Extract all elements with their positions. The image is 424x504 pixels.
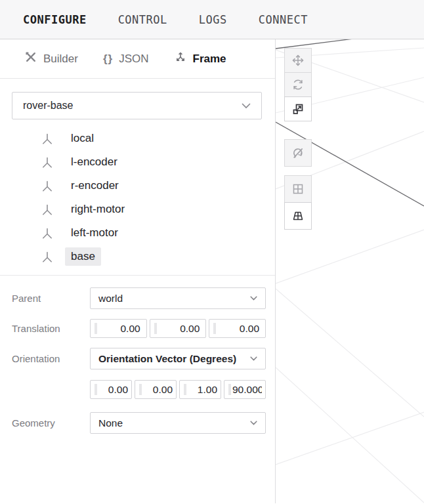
frame-axes-icon [41,156,54,169]
translation-z-input[interactable] [209,319,266,338]
chevron-down-icon [242,103,251,109]
configure-left-panel: Builder {} JSON Frame rover-base [0,39,276,503]
parent-select-value: world [98,293,123,304]
translation-label: Translation [12,323,90,334]
frame-axes-icon [174,51,187,67]
orientation-theta-input[interactable] [224,380,266,399]
orientation-type-select[interactable]: Orientation Vector (Degrees) [90,348,266,369]
tools-icon [24,51,37,67]
perspective-grid-toggle-button[interactable] [284,202,312,230]
translation-y-input[interactable] [150,319,207,338]
tab-frame-label: Frame [193,52,226,66]
parent-select[interactable]: world [90,287,266,309]
frame-axes-icon [41,226,54,240]
frame-axes-icon [41,179,54,193]
tree-item-label: left-motor [65,224,124,242]
tree-item-label: base [65,247,101,266]
chevron-down-icon [250,421,257,425]
translate-tool-button[interactable] [284,48,312,73]
geometry-select-value: None [98,417,123,429]
chevron-down-icon [250,296,257,301]
grid-toggle-button[interactable] [284,175,312,203]
tree-item-label: right-motor [65,200,131,219]
tree-item-r-encoder[interactable]: r-encoder [12,174,262,198]
geometry-select[interactable]: None [90,412,266,434]
scale-icon [291,102,305,116]
viewport-toolbar [284,48,312,230]
perspective-grid-icon [291,209,305,222]
component-select[interactable]: rover-base [12,92,262,119]
transform-tool-group [284,48,312,121]
tree-item-label: local [65,129,100,148]
rotate-icon [291,78,305,91]
parent-label: Parent [12,293,90,304]
tab-json[interactable]: {} JSON [103,52,149,66]
chevron-down-icon [250,356,257,361]
rotate-tool-button[interactable] [284,72,312,97]
orientation-type-value: Orientation Vector (Degrees) [98,353,236,365]
tree-item-base[interactable]: base [12,245,262,268]
orientation-z-input[interactable] [179,380,221,399]
scale-tool-button[interactable] [284,96,312,121]
tree-item-right-motor[interactable]: right-motor [12,198,262,221]
orientation-x-input[interactable] [90,380,132,399]
move-icon [291,54,305,67]
frame-axes-icon [41,203,54,217]
tree-item-label: r-encoder [65,177,125,195]
tab-frame[interactable]: Frame [174,51,226,67]
tab-json-label: JSON [119,52,148,66]
tab-builder[interactable]: Builder [24,51,78,67]
tree-item-label: l-encoder [65,153,123,171]
frame-form: Parent world Translation [0,276,275,434]
config-mode-tabs: Builder {} JSON Frame [0,39,275,79]
tab-logs[interactable]: LOGS [199,13,227,26]
geometry-label: Geometry [12,417,90,429]
tab-builder-label: Builder [43,52,78,66]
tree-item-left-motor[interactable]: left-motor [12,221,262,245]
rotation-snap-off-icon [291,146,305,159]
orientation-y-input[interactable] [135,380,177,399]
snap-tool-group [284,139,312,167]
frame-tree: local l-encoder r-encoder [12,127,262,268]
tree-item-local[interactable]: local [12,127,262,150]
frame-axes-icon [41,250,54,264]
tab-control[interactable]: CONTROL [118,13,167,26]
tab-connect[interactable]: CONNECT [259,13,308,26]
tree-item-l-encoder[interactable]: l-encoder [12,150,262,174]
grid-tool-group [284,175,312,230]
braces-icon: {} [103,52,113,66]
tab-configure[interactable]: CONFIGURE [23,13,87,26]
orientation-label: Orientation [12,353,90,364]
frame-axes-icon [41,132,54,146]
grid-icon [291,182,305,196]
rotation-snap-off-button[interactable] [284,139,312,167]
3d-viewport[interactable] [276,39,424,503]
top-nav: CONFIGURE CONTROL LOGS CONNECT [0,0,424,39]
translation-x-input[interactable] [90,319,147,338]
component-select-value: rover-base [23,100,73,112]
